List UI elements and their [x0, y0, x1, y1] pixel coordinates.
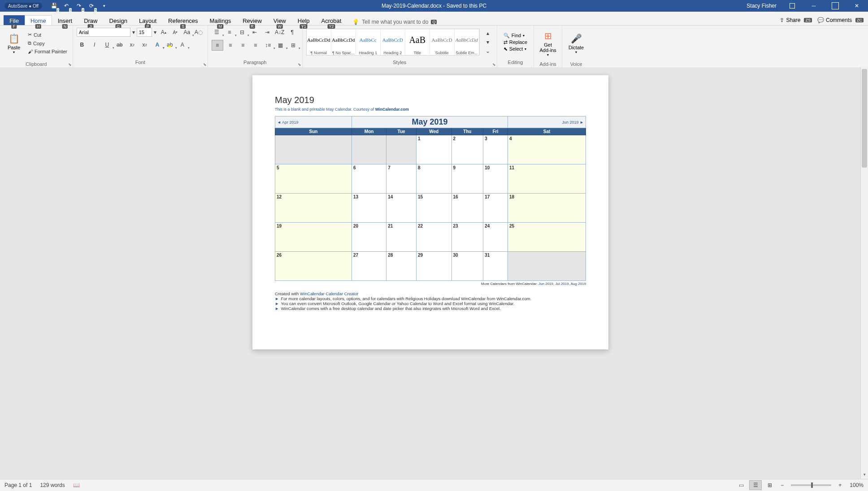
footnote-bullet[interactable]: ►You can even convert Microsoft Outlook,… — [275, 301, 586, 306]
ribbon-display-options-icon[interactable] — [782, 0, 803, 12]
undo-icon[interactable]: ↶3 — [62, 1, 71, 10]
underline-button[interactable]: U — [102, 40, 113, 50]
style-item[interactable]: AaBbCcDd¶ No Spac... — [331, 29, 356, 55]
doc-subtitle[interactable]: This is a blank and printable May Calend… — [275, 107, 586, 112]
calendar-cell[interactable]: 13 — [352, 194, 386, 223]
zoom-level[interactable]: 100% — [850, 482, 864, 488]
calendar-cell[interactable]: 6 — [352, 164, 386, 194]
style-item[interactable]: AaBbCcDSubtitle — [430, 29, 455, 55]
prev-month-link[interactable]: ◄ Apr 2019 — [275, 116, 352, 128]
calendar-cell[interactable]: 29 — [417, 252, 452, 281]
styles-more-button[interactable]: ⌄ — [482, 47, 493, 55]
document-canvas[interactable]: May 2019 This is a blank and printable M… — [0, 67, 861, 479]
dictate-button[interactable]: 🎤 Dictate ▾ — [566, 27, 586, 59]
calendar-cell[interactable]: 20 — [352, 223, 386, 252]
align-right-button[interactable]: ≡ — [238, 40, 248, 50]
increase-font-button[interactable]: A▴ — [158, 27, 169, 37]
zoom-in-button[interactable]: + — [836, 482, 844, 488]
calendar-cell[interactable] — [386, 135, 417, 164]
align-center-button[interactable]: ≡ — [225, 40, 236, 50]
clear-formatting-button[interactable]: A◌ — [193, 27, 204, 37]
font-name-input[interactable] — [77, 28, 130, 37]
spellcheck-icon[interactable]: 📖 — [73, 482, 80, 488]
styles-dialog-launcher[interactable]: ⬊ — [492, 62, 496, 67]
calendar-cell[interactable]: 28 — [386, 252, 417, 281]
vertical-scrollbar[interactable]: ▴ ▾ — [860, 67, 868, 479]
calendar-cell[interactable]: 1 — [417, 135, 452, 164]
italic-button[interactable]: I — [89, 40, 100, 50]
share-button[interactable]: ⇪ShareZS — [780, 17, 812, 23]
calendar-cell[interactable] — [352, 135, 386, 164]
style-item[interactable]: AaBTitle — [405, 29, 430, 55]
zoom-slider[interactable] — [791, 484, 831, 486]
maximize-button[interactable] — [825, 0, 846, 12]
calendar-cell[interactable]: 10 — [483, 164, 508, 194]
tab-review[interactable]: ReviewR — [237, 15, 268, 25]
calendar-cell[interactable]: 16 — [451, 194, 483, 223]
scroll-thumb[interactable] — [862, 69, 867, 168]
styles-gallery[interactable]: AaBbCcDd¶ NormalAaBbCcDd¶ No Spac...AaBb… — [306, 29, 480, 56]
tell-me-search[interactable]: 💡 Tell me what you want to do Q — [352, 19, 437, 25]
calendar-cell[interactable]: 21 — [386, 223, 417, 252]
more-calendar-link[interactable]: Jun 2019 — [538, 282, 553, 286]
calendar-cell[interactable]: 5 — [275, 164, 352, 194]
calendar-cell[interactable]: 24 — [483, 223, 508, 252]
web-layout-button[interactable]: ⊞ — [764, 480, 776, 490]
tab-file[interactable]: FileF — [4, 15, 25, 25]
calendar-cell[interactable]: 2 — [451, 135, 483, 164]
styles-scroll-down-button[interactable]: ▾ — [482, 38, 493, 46]
strikethrough-button[interactable]: ab — [114, 40, 125, 50]
document-page[interactable]: May 2019 This is a blank and printable M… — [252, 75, 608, 349]
wincalendar-link[interactable]: WinCalendar.com — [375, 107, 409, 112]
bullets-button[interactable]: ☰ — [212, 27, 222, 37]
footnote-bullet[interactable]: ►WinCalendar comes with a free desktop c… — [275, 306, 586, 311]
close-button[interactable]: ✕ — [846, 0, 867, 12]
font-name-dropdown[interactable]: ▾ — [131, 27, 136, 37]
styles-scroll-up-button[interactable]: ▴ — [482, 29, 493, 37]
tab-design[interactable]: DesignG — [104, 15, 133, 25]
font-color-button[interactable]: A — [177, 40, 188, 50]
read-mode-button[interactable]: ▭ — [735, 480, 747, 490]
multilevel-list-button[interactable]: ⊟ — [237, 27, 247, 37]
wincalendar-creator-link[interactable]: WinCalendar Calendar Creator — [300, 291, 358, 296]
font-dialog-launcher[interactable]: ⬊ — [203, 62, 207, 67]
tab-insert[interactable]: InsertN — [52, 15, 78, 25]
more-calendar-link[interactable]: Jul 2019 — [555, 282, 569, 286]
page-count[interactable]: Page 1 of 1 — [4, 482, 32, 488]
calendar-cell[interactable]: 31 — [483, 252, 508, 281]
calendar-cell[interactable]: 27 — [352, 252, 386, 281]
cut-button[interactable]: ✂Cut — [26, 31, 69, 39]
tab-home[interactable]: HomeH — [25, 15, 52, 25]
sort-button[interactable]: A↓Z — [274, 27, 285, 37]
tab-acrobat[interactable]: AcrobatY2 — [316, 15, 347, 25]
calendar-cell[interactable]: 15 — [417, 194, 452, 223]
find-button[interactable]: 🔍Find ▾ — [503, 33, 527, 39]
increase-indent-button[interactable]: ⇥ — [262, 27, 273, 37]
paragraph-dialog-launcher[interactable]: ⬊ — [298, 62, 301, 67]
word-count[interactable]: 129 words — [40, 482, 65, 488]
next-month-link[interactable]: Jun 2019 ► — [508, 116, 586, 128]
calendar-cell[interactable]: 30 — [451, 252, 483, 281]
style-item[interactable]: AaBbCcHeading 1 — [356, 29, 381, 55]
highlight-button[interactable]: ab — [165, 40, 175, 50]
calendar-cell[interactable]: 12 — [275, 194, 352, 223]
calendar-cell[interactable]: 9 — [451, 164, 483, 194]
calendar-cell[interactable]: 17 — [483, 194, 508, 223]
get-addins-button[interactable]: ⊞ Get Add-ins ▾ — [538, 27, 558, 59]
tab-draw[interactable]: DrawJI — [78, 15, 103, 25]
qat-customize-icon[interactable]: ▾ — [100, 1, 108, 10]
calendar-cell[interactable]: 7 — [386, 164, 417, 194]
autosave-toggle[interactable]: AutoSave ● Off — [4, 3, 42, 9]
line-spacing-button[interactable]: ↕≡ — [263, 40, 273, 50]
font-size-input[interactable] — [137, 28, 152, 37]
calendar-cell[interactable] — [275, 135, 352, 164]
calendar-cell[interactable]: 26 — [275, 252, 352, 281]
calendar-cell[interactable] — [508, 252, 586, 281]
calendar-cell[interactable]: 18 — [508, 194, 586, 223]
refresh-icon[interactable]: ⟳5 — [87, 1, 96, 10]
minimize-button[interactable]: ─ — [803, 0, 824, 12]
calendar-cell[interactable]: 4 — [508, 135, 586, 164]
bold-button[interactable]: B — [77, 40, 87, 50]
calendar-cell[interactable]: 22 — [417, 223, 452, 252]
doc-heading[interactable]: May 2019 — [275, 95, 586, 105]
